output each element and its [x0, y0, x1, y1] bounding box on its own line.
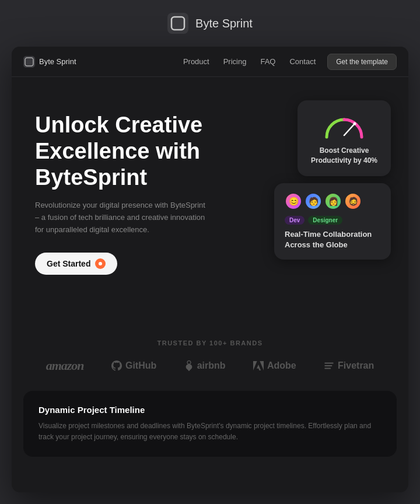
- navbar: Byte Sprint Product Pricing FAQ Contact …: [12, 47, 408, 77]
- collab-card: 😊 🧑 👩 🧔 Dev Designer Real-Time Collabora…: [274, 183, 391, 260]
- brand-fivetran: Fivetran: [324, 360, 374, 371]
- airbnb-label: airbnb: [197, 360, 226, 371]
- tag-dev: Dev: [285, 216, 304, 225]
- avatar-4: 🧔: [344, 192, 362, 210]
- get-started-button[interactable]: Get Started: [35, 253, 117, 275]
- trusted-label: TRUSTED BY 100+ BRANDS: [35, 340, 385, 346]
- feature-title: Dynamic Project Timeline: [38, 405, 382, 415]
- amazon-icon: amazon: [46, 358, 84, 373]
- avatar-2: 🧑: [304, 192, 322, 210]
- svg-point-5: [354, 123, 356, 125]
- cta-dot-icon: [95, 258, 106, 269]
- main-content: Unlock Creative Excellence with ByteSpri…: [12, 77, 408, 492]
- collab-tags: Dev Designer: [285, 216, 380, 225]
- github-label: GitHub: [125, 360, 156, 371]
- adobe-label: Adobe: [267, 360, 296, 371]
- github-icon: [111, 360, 122, 371]
- hero-cards: Boost Creative Productivity by 40% 😊 🧑 👩…: [274, 100, 391, 260]
- nav-links: Product Pricing FAQ Contact: [183, 57, 316, 66]
- brand-amazon: amazon: [46, 358, 84, 373]
- productivity-card: Boost Creative Productivity by 40%: [298, 100, 391, 176]
- avatar-1: 😊: [285, 192, 302, 210]
- brand-airbnb: airbnb: [184, 360, 226, 372]
- brand-github: GitHub: [111, 360, 156, 371]
- avatar-row: 😊 🧑 👩 🧔: [285, 192, 380, 210]
- airbnb-icon: [184, 360, 194, 372]
- nav-link-product[interactable]: Product: [183, 57, 209, 66]
- nav-link-pricing[interactable]: Pricing: [223, 57, 247, 66]
- os-bar: Byte Sprint: [0, 0, 420, 47]
- nav-link-faq[interactable]: FAQ: [260, 57, 275, 66]
- brand-name: Byte Sprint: [39, 57, 76, 66]
- fivetran-icon: [324, 360, 334, 371]
- browser-window: Byte Sprint Product Pricing FAQ Contact …: [12, 47, 408, 492]
- feature-section: Dynamic Project Timeline Visualize proje…: [23, 391, 397, 457]
- os-title: Byte Sprint: [195, 17, 253, 30]
- gauge-chart: [321, 111, 368, 140]
- brand-icon: [23, 56, 35, 68]
- hero-subtitle: Revolutionize your digital presence with…: [35, 200, 210, 236]
- tag-designer: Designer: [308, 216, 342, 225]
- brand-adobe: Adobe: [253, 360, 296, 371]
- feature-desc: Visualize project milestones and deadlin…: [38, 421, 382, 443]
- productivity-text: Boost Creative Productivity by 40%: [309, 146, 379, 166]
- trusted-section: TRUSTED BY 100+ BRANDS amazon GitHub air…: [12, 328, 408, 391]
- hero-section: Unlock Creative Excellence with ByteSpri…: [12, 77, 408, 328]
- get-template-button[interactable]: Get the template: [327, 54, 397, 70]
- svg-line-4: [344, 124, 355, 135]
- brands-row: amazon GitHub airbnb Adobe: [35, 358, 385, 373]
- svg-rect-0: [167, 13, 188, 34]
- app-icon: [167, 13, 188, 34]
- avatar-3: 👩: [324, 192, 342, 210]
- fivetran-label: Fivetran: [338, 360, 374, 371]
- collab-text: Real-Time Collaboration Across the Globe: [285, 229, 380, 250]
- nav-link-contact[interactable]: Contact: [289, 57, 316, 66]
- adobe-icon: [253, 360, 264, 371]
- nav-brand[interactable]: Byte Sprint: [23, 56, 76, 68]
